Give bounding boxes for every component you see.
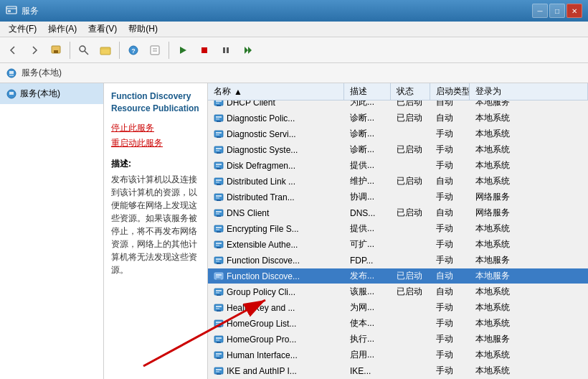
table-row[interactable]: DNS Client DNS... 已启动 自动 网络服务: [208, 205, 588, 221]
services-panel: 名称 ▲ 描述 状态 启动类型 登录为 DHCP Client: [208, 83, 588, 379]
table-row[interactable]: Distributed Link ... 维护... 已启动 自动 本地系统: [208, 174, 588, 190]
table-row[interactable]: Diagnostic Polic... 诊断... 已启动 自动 本地系统: [208, 111, 588, 126]
td-desc: 为此...: [344, 100, 391, 110]
stop-service-link[interactable]: 停止此服务: [111, 122, 200, 134]
sidebar-item-local[interactable]: 服务(本地): [0, 83, 103, 104]
pause-button[interactable]: [216, 40, 236, 60]
svg-rect-23: [9, 92, 14, 95]
menu-file[interactable]: 文件(F): [3, 22, 42, 37]
th-status[interactable]: 状态: [391, 83, 430, 100]
table-row[interactable]: Function Discove... FDP... 手动 本地服务: [208, 253, 588, 268]
minimize-button[interactable]: ─: [532, 4, 548, 18]
td-desc: 可扩...: [344, 237, 391, 252]
up-button[interactable]: [46, 40, 66, 60]
svg-rect-63: [217, 247, 221, 248]
td-status: 已启动: [391, 174, 430, 189]
export-button[interactable]: [145, 40, 165, 60]
service-icon: [214, 224, 224, 234]
svg-rect-20: [9, 71, 14, 74]
td-login: 本地系统: [470, 111, 588, 126]
table-row[interactable]: DHCP Client 为此... 已启动 自动 本地服务: [208, 100, 588, 111]
td-desc: 发布...: [344, 268, 391, 284]
table-row[interactable]: HomeGroup Pro... 执行... 手动 本地服务: [208, 332, 588, 347]
address-icon: [6, 67, 17, 79]
td-login: 本地系统: [470, 126, 588, 141]
svg-rect-91: [217, 357, 221, 359]
svg-rect-83: [217, 326, 221, 327]
th-startup[interactable]: 启动类型: [430, 83, 470, 100]
menu-view[interactable]: 查看(V): [82, 22, 123, 37]
table-row[interactable]: Function Discove... 发布... 已启动 自动 本地服务: [208, 268, 588, 284]
td-login: 本地系统: [470, 300, 588, 315]
table-row[interactable]: Encrypting File S... 提供... 手动 本地系统: [208, 221, 588, 237]
svg-rect-25: [216, 100, 222, 102]
th-desc[interactable]: 描述: [344, 83, 391, 100]
table-row[interactable]: Diagnostic Syste... 诊断... 已启动 手动 本地系统: [208, 142, 588, 158]
svg-rect-89: [216, 353, 222, 355]
menu-help[interactable]: 帮助(H): [123, 22, 163, 37]
th-name[interactable]: 名称 ▲: [208, 83, 344, 100]
table-row[interactable]: Disk Defragmen... 提供... 手动 本地系统: [208, 158, 588, 174]
forward-button[interactable]: [24, 40, 44, 60]
table-row[interactable]: Diagnostic Servi... 诊断... 手动 本地系统: [208, 126, 588, 142]
back-button[interactable]: [3, 40, 23, 60]
svg-rect-53: [216, 211, 222, 212]
td-status: [391, 221, 430, 236]
table-row[interactable]: Human Interface... 启用... 手动 本地系统: [208, 347, 588, 363]
svg-rect-78: [216, 308, 219, 309]
table-row[interactable]: HomeGroup List... 使本... 手动 本地系统: [208, 316, 588, 332]
service-icon: [214, 334, 224, 345]
menu-action[interactable]: 操作(A): [42, 22, 82, 37]
folder-button[interactable]: [95, 40, 115, 60]
svg-rect-72: [214, 289, 223, 295]
svg-rect-85: [216, 337, 222, 339]
service-icon: [214, 350, 224, 360]
td-status: 已启动: [391, 284, 430, 299]
svg-marker-18: [248, 47, 252, 54]
svg-rect-31: [217, 121, 221, 122]
th-login[interactable]: 登录为: [470, 83, 588, 100]
restart-button[interactable]: [237, 40, 257, 60]
td-startup: 手动: [430, 253, 470, 268]
svg-rect-73: [216, 290, 222, 291]
td-desc: 诊断...: [344, 126, 391, 141]
svg-line-6: [85, 51, 88, 55]
table-row[interactable]: Extensible Authe... 可扩... 手动 本地系统: [208, 237, 588, 253]
svg-rect-49: [216, 195, 222, 197]
service-icon: [214, 113, 224, 123]
td-startup: 自动: [430, 284, 470, 299]
svg-rect-68: [214, 273, 223, 279]
play-button[interactable]: [173, 40, 193, 60]
td-startup: 手动: [430, 221, 470, 236]
table-row[interactable]: Distributed Tran... 协调... 手动 网络服务: [208, 190, 588, 205]
help-button[interactable]: ?: [123, 40, 143, 60]
table-row[interactable]: Group Policy Cli... 该服... 已启动 自动 本地系统: [208, 284, 588, 300]
stop-button[interactable]: [194, 40, 214, 60]
table-row[interactable]: IKE and AuthIP I... IKE... 手动 本地系统: [208, 363, 588, 379]
svg-rect-95: [217, 373, 221, 375]
td-status: [391, 332, 430, 347]
td-desc: 为网...: [344, 300, 391, 315]
svg-rect-77: [216, 306, 222, 307]
td-login: 本地系统: [470, 174, 588, 189]
service-icon: [214, 145, 224, 155]
svg-rect-34: [216, 134, 219, 136]
service-icon: [214, 192, 224, 202]
td-name: Disk Defragmen...: [208, 158, 344, 173]
table-row[interactable]: Health Key and ... 为网... 手动 本地系统: [208, 300, 588, 316]
service-icon: [214, 240, 224, 250]
search-button[interactable]: [74, 40, 94, 60]
td-name: DHCP Client: [208, 100, 344, 110]
td-status: 已启动: [391, 142, 430, 157]
close-button[interactable]: ✕: [566, 4, 582, 18]
td-name: Encrypting File S...: [208, 221, 344, 236]
td-startup: 手动: [430, 237, 470, 252]
td-startup: 手动: [430, 363, 470, 378]
svg-point-5: [80, 46, 85, 52]
maximize-button[interactable]: □: [549, 4, 565, 18]
td-status: [391, 190, 430, 205]
td-desc: 启用...: [344, 347, 391, 362]
service-icon: [214, 366, 224, 376]
restart-service-link[interactable]: 重启动此服务: [111, 137, 200, 149]
td-startup: 手动: [430, 126, 470, 141]
